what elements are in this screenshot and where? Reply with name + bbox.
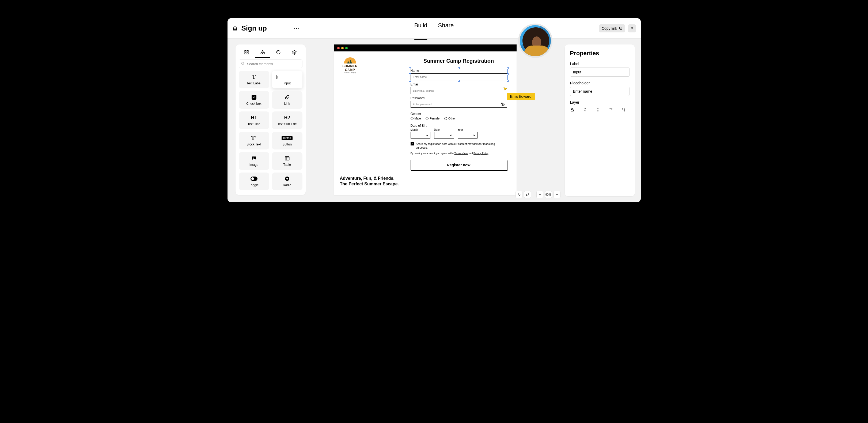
svg-rect-14 [285, 157, 289, 160]
canvas-form: Summer Camp Registration Name Email [401, 51, 517, 195]
panel-tab-layers-icon[interactable] [291, 49, 297, 55]
tab-build[interactable]: Build [414, 22, 428, 35]
label-email: Email [410, 83, 507, 86]
label-gender: Gender [410, 112, 507, 116]
tile-table[interactable]: Table [272, 152, 303, 170]
svg-point-11 [241, 62, 244, 64]
panel-tab-shapes-icon[interactable] [259, 49, 266, 55]
zoom-in-button[interactable]: + [554, 191, 560, 198]
svg-rect-23 [611, 109, 612, 110]
redo-button[interactable] [524, 191, 531, 198]
form-title: Summer Camp Registration [410, 58, 507, 64]
top-bar: Sign up ··· Build Share Copy link [227, 18, 641, 38]
search-elements [239, 59, 303, 68]
open-external-button[interactable] [628, 24, 636, 32]
tile-heading-1[interactable]: H1 Text Title [239, 111, 269, 129]
select-date[interactable] [434, 132, 454, 139]
undo-button[interactable] [516, 191, 523, 198]
tile-block-text[interactable]: T+ Block Text [239, 132, 269, 149]
chevron-down-icon [473, 134, 476, 137]
properties-panel: Properties Label Placeholder Layer [565, 45, 635, 196]
prop-placeholder-label: Placeholder [570, 81, 629, 85]
tile-heading-2[interactable]: H2 Text Sub Title [272, 111, 303, 129]
search-icon [241, 62, 245, 65]
logo-subtext: · Outdoor Camping · [339, 72, 361, 74]
frame-window-controls [334, 45, 517, 51]
tile-image[interactable]: Image [239, 152, 269, 170]
sun-icon [344, 57, 356, 63]
consent-checkbox[interactable]: ✓ [410, 142, 414, 145]
image-icon [251, 156, 257, 161]
prop-label-label: Label [570, 62, 629, 66]
layer-bring-front-icon[interactable] [583, 108, 588, 113]
label-year: Year [458, 128, 477, 131]
zoom-level[interactable]: 90% [545, 191, 552, 198]
tile-toggle[interactable]: Toggle [239, 172, 269, 190]
gender-group: Male Female Other [410, 117, 507, 120]
input-password[interactable] [410, 101, 507, 108]
svg-rect-4 [245, 53, 246, 54]
svg-point-10 [279, 52, 279, 52]
input-email[interactable] [410, 87, 507, 94]
avatar[interactable] [518, 24, 552, 58]
consent-text: Share my registration data with our cont… [416, 142, 507, 149]
tile-link[interactable]: Link [272, 91, 303, 109]
panel-tab-components-icon[interactable] [244, 49, 249, 55]
link-icon [285, 94, 289, 100]
radio-female[interactable]: Female [426, 117, 439, 120]
tile-text-label[interactable]: T Text Label [239, 71, 269, 88]
search-input[interactable] [239, 59, 303, 68]
select-month[interactable] [410, 132, 430, 139]
traffic-max-icon [345, 47, 348, 49]
layer-backward-icon[interactable] [621, 108, 626, 113]
svg-point-22 [597, 111, 598, 111]
copy-link-button[interactable]: Copy link [599, 24, 625, 32]
legal-text: By creating an account, you agree to the… [410, 152, 507, 155]
copy-link-label: Copy link [602, 26, 617, 31]
layer-lock-icon[interactable] [570, 108, 575, 113]
select-year[interactable] [458, 132, 477, 139]
svg-point-6 [261, 53, 262, 54]
canvas-frame[interactable]: SUMMER CAMP · Outdoor Camping · Adventur… [334, 45, 517, 195]
table-icon [284, 156, 290, 161]
collaborator-label: Ema Edward [507, 93, 535, 100]
eye-off-icon[interactable] [500, 102, 505, 106]
tab-share[interactable]: Share [438, 22, 454, 35]
layer-send-back-icon[interactable] [596, 108, 600, 113]
radio-other[interactable]: Other [444, 117, 456, 120]
svg-point-21 [585, 109, 585, 109]
home-icon[interactable] [232, 26, 238, 31]
svg-rect-3 [247, 50, 248, 52]
traffic-close-icon [337, 47, 340, 49]
tagline: Adventure, Fun, & Friends. The Perfect S… [340, 175, 399, 187]
logo: SUMMER CAMP · Outdoor Camping · [339, 57, 361, 74]
input-name[interactable] [410, 74, 507, 80]
label-dob: Date of Birth [410, 124, 507, 128]
consent-row[interactable]: ✓ Share my registration data with our co… [410, 142, 507, 149]
prop-label-input[interactable] [570, 67, 629, 77]
logo-text: SUMMER CAMP [339, 64, 361, 72]
panel-tab-emoji-icon[interactable] [275, 49, 281, 55]
tile-button[interactable]: Button Button [272, 132, 303, 149]
radio-male[interactable]: Male [410, 117, 421, 120]
button-icon: Button [282, 136, 292, 140]
h2-icon: H2 [284, 115, 290, 120]
app-shell: Sign up ··· Build Share Copy link [227, 18, 641, 202]
link-privacy[interactable]: Privacy Policy [473, 152, 488, 154]
layer-forward-icon[interactable] [609, 108, 614, 113]
tile-radio[interactable]: Radio [272, 172, 303, 190]
trees-icon [346, 59, 354, 63]
main: T Text Label Input Check box Link [227, 38, 641, 202]
block-text-icon: T+ [251, 135, 257, 141]
radio-icon [285, 176, 289, 181]
tile-checkbox[interactable]: Check box [239, 91, 269, 109]
input-icon [276, 75, 298, 79]
zoom-out-button[interactable]: − [536, 191, 543, 198]
canvas-toolbar: − 90% + [516, 191, 560, 198]
link-terms[interactable]: Terms of use [454, 152, 468, 154]
register-button[interactable]: Register now [410, 160, 507, 170]
tile-input[interactable]: Input [272, 71, 303, 88]
more-icon[interactable]: ··· [293, 25, 300, 32]
prop-placeholder-input[interactable] [570, 87, 629, 96]
elements-panel: T Text Label Input Check box Link [236, 45, 306, 195]
